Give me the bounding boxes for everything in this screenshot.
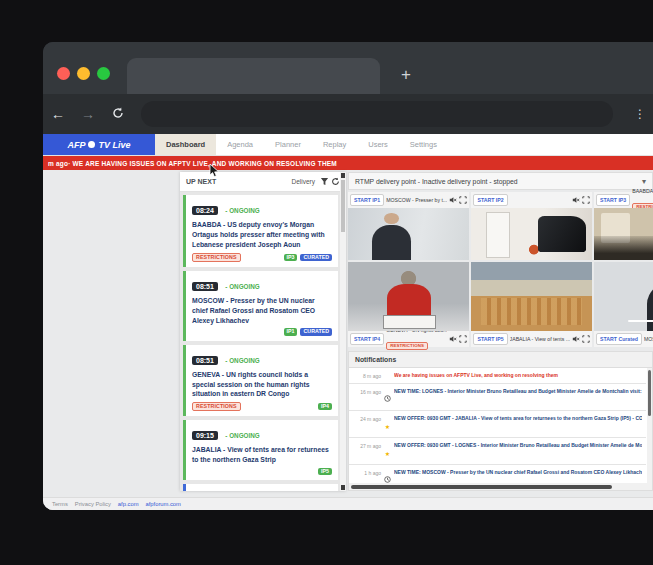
nav-item-agenda[interactable]: Agenda: [216, 134, 264, 155]
volume-muted-icon[interactable]: [449, 335, 457, 343]
notification-row[interactable]: 8 m ago We are having issues on AFPTV Li…: [349, 368, 646, 384]
fullscreen-icon[interactable]: [582, 196, 590, 204]
delivery-badge: CURATED: [300, 254, 332, 261]
event-badges: RESTRICTIONS IP3CURATED: [192, 253, 332, 262]
scroll-up-arrow-icon[interactable]: [341, 173, 345, 178]
maximize-window-button[interactable]: [97, 67, 110, 80]
video-thumbnail-geneva-speaker-red[interactable]: [348, 262, 469, 331]
nav-item-label: Replay: [323, 140, 346, 149]
notification-row[interactable]: 1 h ago NEW TIME: MOSCOW - Presser by th…: [349, 465, 646, 483]
up-next-event-card[interactable]: 09:30 - COMING UP LOGNES - Interior Mini…: [183, 484, 338, 491]
notifications-list: 8 m ago We are having issues on AFPTV Li…: [349, 368, 652, 483]
nav-item-settings[interactable]: Settings: [399, 134, 448, 155]
up-next-event-card[interactable]: 08:51 - ONGOING GENEVA - UN rights counc…: [183, 345, 338, 417]
footer-link-privacy-policy[interactable]: Privacy Policy: [75, 501, 111, 507]
video-thumbnail-jabalia-aerial-tents[interactable]: [471, 262, 592, 331]
minimize-window-button[interactable]: [77, 67, 90, 80]
footer-link-afp-com[interactable]: afp.com: [118, 501, 139, 507]
up-next-list: 08:24 - ONGOING BAABDA - US deputy envoy…: [180, 192, 346, 491]
restrictions-badge: RESTRICTIONS: [386, 342, 428, 350]
volume-slider[interactable]: [628, 320, 653, 322]
chevron-down-icon[interactable]: ▾: [642, 177, 646, 186]
nav-item-users[interactable]: Users: [357, 134, 399, 155]
up-next-scrollbar[interactable]: [340, 172, 346, 491]
video-thumbnail-baabda-media-scrum[interactable]: [594, 208, 653, 260]
video-tile: START IP3 BAABDA - US deputy en... RESTR…: [594, 192, 653, 260]
video-tile-meta: JABALIA - View of tents ...: [510, 336, 570, 342]
notification-row[interactable]: 24 m ago ★ NEW OFFER: 0930 GMT - JABALIA…: [349, 411, 646, 438]
forward-icon[interactable]: →: [73, 106, 103, 122]
video-tile-controls-bar: START IP3 BAABDA - US deputy en... RESTR…: [594, 192, 653, 208]
window-controls: [57, 67, 110, 80]
refresh-icon[interactable]: [331, 177, 340, 186]
rtmp-delivery-header[interactable]: RTMP delivery point - Inactive delivery …: [348, 172, 653, 190]
notifications-vertical-scrollbar[interactable]: [647, 368, 652, 483]
video-tile-meta: MOSCOW - Presser by t...: [386, 197, 447, 203]
start-stream-button[interactable]: START IP1: [350, 194, 384, 206]
event-header: 09:15 - ONGOING: [192, 424, 332, 442]
start-stream-button[interactable]: START IP2: [473, 194, 507, 206]
up-next-event-card[interactable]: 08:24 - ONGOING BAABDA - US deputy envoy…: [183, 195, 338, 267]
fullscreen-icon[interactable]: [582, 335, 590, 343]
event-header: 08:24 - ONGOING: [192, 199, 332, 217]
start-stream-button[interactable]: START IP5: [473, 333, 507, 345]
event-header: 09:30 - COMING UP: [192, 488, 332, 491]
video-tile-controls-bar: START IP2: [471, 192, 592, 208]
up-next-event-card[interactable]: 08:51 - ONGOING MOSCOW - Presser by the …: [183, 271, 338, 341]
event-title: GENEVA - UN rights council holds a speci…: [192, 370, 332, 400]
video-thumbnail-moscow-presser-closeup[interactable]: [594, 262, 653, 331]
close-window-button[interactable]: [57, 67, 70, 80]
browser-window: + ← → ⋮ AFP TV Live Dashboard Agenda Pla…: [43, 42, 653, 510]
footer-link-afpforum-com[interactable]: afpforum.com: [145, 501, 180, 507]
video-thumbnail-moscow-presser-wide[interactable]: [348, 208, 469, 260]
video-tile-controls-bar: START IP1 MOSCOW - Presser by t...: [348, 192, 469, 208]
back-icon[interactable]: ←: [43, 106, 73, 122]
fullscreen-icon[interactable]: [459, 196, 467, 204]
event-header: 08:51 - ONGOING: [192, 349, 332, 367]
volume-muted-icon[interactable]: [572, 196, 580, 204]
scrollbar-thumb[interactable]: [648, 370, 651, 416]
scrollbar-thumb[interactable]: [351, 485, 612, 489]
video-tile: START IP5 JABALIA - View of tents ...: [471, 262, 592, 347]
fullscreen-icon[interactable]: [459, 335, 467, 343]
scrollbar-thumb[interactable]: [341, 180, 345, 232]
up-next-event-card[interactable]: 09:15 - ONGOING JABALIA - View of tents …: [183, 420, 338, 480]
event-time-badge: 09:15: [192, 431, 218, 440]
clock-icon: [384, 395, 391, 402]
footer-link-terms[interactable]: Terms: [52, 501, 68, 507]
video-tile-meta: MOSCOW - Press...: [644, 336, 653, 342]
address-bar[interactable]: [141, 101, 613, 127]
video-tile: START IP2: [471, 192, 592, 260]
notification-text: NEW TIME: LOGNES - Interior Minister Bru…: [394, 388, 642, 394]
nav-item-planner[interactable]: Planner: [264, 134, 312, 155]
nav-item-replay[interactable]: Replay: [312, 134, 357, 155]
scroll-down-arrow-icon[interactable]: [341, 485, 345, 490]
notifications-horizontal-scrollbar[interactable]: [349, 483, 652, 490]
rtmp-delivery-header-text: RTMP delivery point - Inactive delivery …: [355, 178, 642, 185]
afp-tv-live-logo[interactable]: AFP TV Live: [43, 134, 155, 155]
browser-menu-icon[interactable]: ⋮: [627, 107, 653, 121]
dashboard-content: UP NEXT Delivery 08:24 - ONGOING BAABDA …: [43, 170, 653, 497]
video-thumbnail-lobby-banner[interactable]: [471, 208, 592, 260]
up-next-panel: UP NEXT Delivery 08:24 - ONGOING BAABDA …: [180, 172, 346, 491]
start-stream-button[interactable]: START IP4: [350, 333, 384, 345]
event-badges: IP5: [192, 468, 332, 475]
event-status-label: - ONGOING: [225, 283, 259, 290]
start-stream-button[interactable]: START Curated: [596, 333, 642, 345]
notification-row[interactable]: 16 m ago NEW TIME: LOGNES - Interior Min…: [349, 384, 646, 411]
notification-row[interactable]: 27 m ago ★ NEW OFFER: 0930 GMT - LOGNES …: [349, 438, 646, 465]
volume-muted-icon[interactable]: [572, 335, 580, 343]
video-tile-controls-bar: START IP5 JABALIA - View of tents ...: [471, 331, 592, 347]
filter-icon[interactable]: [320, 177, 329, 186]
event-badges: IP1CURATED: [192, 328, 332, 335]
afptv-live-page: AFP TV Live Dashboard Agenda Planner Rep…: [43, 134, 653, 510]
browser-tab[interactable]: [127, 58, 380, 94]
reload-icon[interactable]: [103, 106, 133, 122]
video-grid: START IP1 MOSCOW - Presser by t... START…: [348, 192, 653, 345]
start-stream-button[interactable]: START IP3: [596, 194, 630, 206]
video-tile-title: JABALIA - View of tents ...: [510, 336, 570, 342]
nav-item-dashboard[interactable]: Dashboard: [155, 134, 216, 155]
video-tile-title: MOSCOW - Press...: [644, 336, 653, 342]
new-tab-button[interactable]: +: [395, 64, 417, 86]
volume-muted-icon[interactable]: [449, 196, 457, 204]
